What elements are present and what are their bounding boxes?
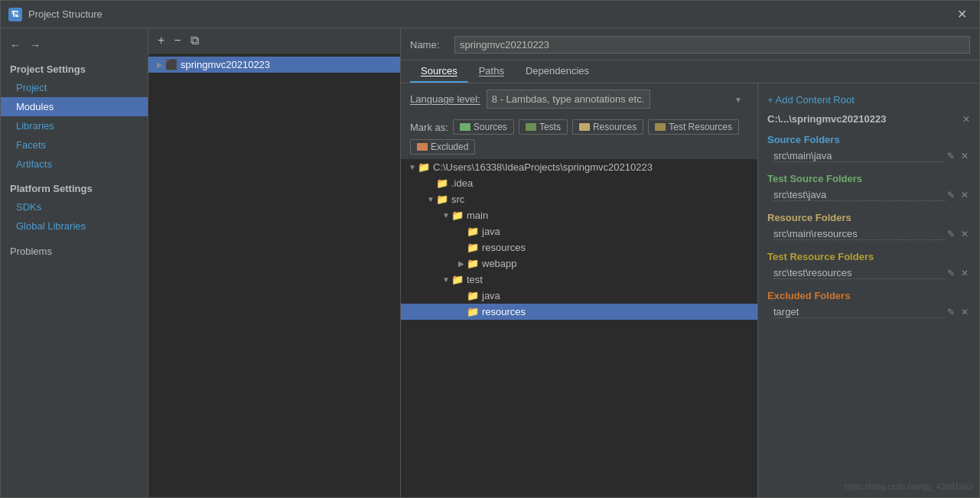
- mark-as-row: Mark as: Sources Tests Res: [401, 115, 757, 159]
- remove-test-source-button[interactable]: ✕: [959, 190, 970, 200]
- language-level-select[interactable]: 8 - Lambdas, type annotations etc.: [487, 90, 650, 109]
- resource-folder-actions: ✎ ✕: [946, 229, 970, 239]
- main-java-folder-icon: 📁: [467, 226, 479, 237]
- test-source-folder-actions: ✎ ✕: [946, 190, 970, 200]
- root-folder-icon: 📁: [418, 161, 430, 173]
- sources-tree[interactable]: ▼ 📁 C:\Users\16338\IdeaProjects\springmv…: [401, 159, 757, 497]
- remove-resource-button[interactable]: ✕: [959, 229, 970, 239]
- test-source-folders-title: Test Source Folders: [767, 173, 970, 184]
- test-java-folder-icon: 📁: [467, 290, 479, 301]
- remove-source-folder-button[interactable]: ✕: [959, 151, 970, 161]
- tree-item-test-resources[interactable]: 📁 resources: [401, 304, 757, 320]
- test-resources-color-icon: [655, 123, 666, 131]
- tab-dependencies[interactable]: Dependencies: [515, 60, 600, 83]
- remove-test-resource-button[interactable]: ✕: [959, 268, 970, 278]
- mark-excluded-button[interactable]: Excluded: [410, 139, 475, 155]
- title-bar: 🏗 Project Structure ✕: [1, 1, 979, 28]
- mark-sources-button[interactable]: Sources: [453, 119, 514, 135]
- sources-color-icon: [460, 123, 470, 131]
- module-item-springmvc[interactable]: ▶ ⬛ springmvc20210223: [148, 57, 400, 73]
- mark-tests-button[interactable]: Tests: [519, 119, 568, 135]
- name-label: Name:: [410, 39, 448, 50]
- edit-test-source-button[interactable]: ✎: [946, 190, 956, 200]
- copy-module-button[interactable]: ⧉: [187, 33, 202, 48]
- tabs-row: Sources Paths Dependencies: [401, 60, 979, 83]
- excluded-folder-entry: target ✎ ✕: [767, 304, 970, 320]
- resource-folders-section: Resource Folders src\main\resources ✎ ✕: [758, 206, 979, 245]
- tests-color-icon: [526, 123, 536, 131]
- remove-content-root-button[interactable]: ✕: [962, 114, 970, 125]
- module-list: ▶ ⬛ springmvc20210223: [148, 54, 400, 497]
- language-level-wrapper: 8 - Lambdas, type annotations etc.: [487, 90, 748, 109]
- sidebar-item-sdks[interactable]: SDKs: [1, 197, 148, 216]
- sidebar-item-project[interactable]: Project: [1, 78, 148, 97]
- resource-folders-title: Resource Folders: [767, 212, 970, 223]
- sidebar-item-libraries[interactable]: Libraries: [1, 116, 148, 135]
- src-folder-icon: 📁: [436, 194, 448, 205]
- edit-test-resource-button[interactable]: ✎: [946, 268, 956, 278]
- sidebar-item-global-libraries[interactable]: Global Libraries: [1, 216, 148, 236]
- source-folder-entry: src\main\java ✎ ✕: [767, 148, 970, 164]
- tree-item-src[interactable]: ▼ 📁 src: [401, 191, 757, 207]
- excluded-folders-title: Excluded Folders: [767, 290, 970, 301]
- excluded-folder-path: target: [773, 306, 946, 318]
- project-settings-header: Project Settings: [1, 59, 148, 78]
- test-resource-folder-actions: ✎ ✕: [946, 268, 970, 278]
- sidebar: ← → Project Settings Project Modules Lib…: [1, 28, 148, 497]
- excluded-folder-actions: ✎ ✕: [946, 307, 970, 317]
- excluded-folders-section: Excluded Folders target ✎ ✕: [758, 284, 979, 323]
- watermark: https://blog.csdn.net/qq_43881663: [844, 482, 973, 491]
- language-row: Language level: 8 - Lambdas, type annota…: [401, 83, 757, 115]
- sidebar-item-modules[interactable]: Modules: [1, 97, 148, 116]
- edit-source-folder-button[interactable]: ✎: [946, 151, 956, 161]
- main-content: ← → Project Settings Project Modules Lib…: [1, 28, 979, 497]
- right-sidebar: + Add Content Root C:\...\springmvc20210…: [757, 83, 979, 497]
- tree-item-root[interactable]: ▼ 📁 C:\Users\16338\IdeaProjects\springmv…: [401, 159, 757, 175]
- source-folders-title: Source Folders: [767, 134, 970, 145]
- add-module-button[interactable]: +: [155, 33, 168, 48]
- edit-excluded-button[interactable]: ✎: [946, 307, 956, 317]
- sidebar-item-problems[interactable]: Problems: [1, 242, 148, 261]
- resource-folder-entry: src\main\resources ✎ ✕: [767, 226, 970, 242]
- tree-item-main[interactable]: ▼ 📁 main: [401, 207, 757, 223]
- content-root-item: C:\...\springmvc20210223 ✕: [758, 110, 979, 128]
- mark-test-resources-button[interactable]: Test Resources: [648, 119, 739, 135]
- test-source-folders-section: Test Source Folders src\test\java ✎ ✕: [758, 167, 979, 206]
- right-panel: Name: Sources Paths Dependencies Languag…: [401, 28, 979, 497]
- mark-resources-button[interactable]: Resources: [572, 119, 643, 135]
- close-button[interactable]: ✕: [952, 5, 972, 23]
- back-button[interactable]: ←: [7, 37, 24, 53]
- forward-button[interactable]: →: [27, 37, 44, 53]
- tree-item-webapp[interactable]: ▶ 📁 webapp: [401, 256, 757, 272]
- tree-toolbar: + − ⧉: [148, 28, 400, 54]
- test-resource-folder-entry: src\test\resources ✎ ✕: [767, 265, 970, 281]
- tab-paths[interactable]: Paths: [468, 60, 515, 83]
- tree-item-idea[interactable]: 📁 .idea: [401, 175, 757, 191]
- test-resource-folders-section: Test Resource Folders src\test\resources…: [758, 245, 979, 284]
- remove-module-button[interactable]: −: [171, 33, 184, 48]
- sidebar-item-artifacts[interactable]: Artifacts: [1, 155, 148, 174]
- module-tree-panel: + − ⧉ ▶ ⬛ springmvc20210223: [148, 28, 401, 497]
- webapp-folder-icon: 📁: [467, 258, 479, 269]
- app-icon: 🏗: [8, 8, 22, 21]
- content-root-path: C:\...\springmvc20210223: [767, 113, 886, 125]
- sidebar-item-facets[interactable]: Facets: [1, 135, 148, 155]
- test-source-folder-entry: src\test\java ✎ ✕: [767, 187, 970, 203]
- tree-item-test-java[interactable]: 📁 java: [401, 288, 757, 304]
- add-content-root-button[interactable]: + Add Content Root: [758, 90, 979, 110]
- remove-excluded-button[interactable]: ✕: [959, 307, 970, 317]
- tree-item-main-java[interactable]: 📁 java: [401, 223, 757, 239]
- idea-folder-icon: 📁: [436, 177, 448, 189]
- module-name-input[interactable]: [454, 36, 970, 54]
- collapse-arrow: ▶: [155, 60, 165, 69]
- resource-folder-path: src\main\resources: [773, 228, 946, 240]
- tree-item-main-resources[interactable]: 📁 resources: [401, 239, 757, 256]
- resources-color-icon: [579, 123, 590, 131]
- module-icon: ⬛: [165, 59, 177, 70]
- tree-item-test[interactable]: ▼ 📁 test: [401, 272, 757, 288]
- main-resources-folder-icon: 📁: [467, 242, 479, 253]
- tab-sources[interactable]: Sources: [410, 60, 468, 83]
- edit-resource-button[interactable]: ✎: [946, 229, 956, 239]
- dialog-title: Project Structure: [28, 8, 103, 20]
- language-level-label: Language level:: [410, 93, 480, 105]
